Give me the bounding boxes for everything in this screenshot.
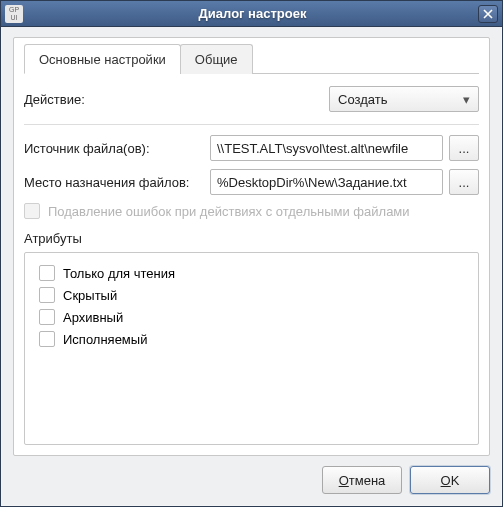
attr-hidden-row: Скрытый: [39, 287, 464, 303]
window-title: Диалог настроек: [27, 6, 478, 21]
app-icon: GP UI: [5, 5, 23, 23]
chevron-down-icon: ▾: [463, 92, 470, 107]
dest-label: Место назначения файлов:: [24, 175, 204, 190]
attr-archive-row: Архивный: [39, 309, 464, 325]
settings-dialog: GP UI Диалог настроек Основные настройки…: [0, 0, 503, 507]
titlebar: GP UI Диалог настроек: [1, 1, 502, 27]
source-row: Источник файла(ов): ...: [24, 135, 479, 161]
ok-button[interactable]: OK: [410, 466, 490, 494]
dest-browse-button[interactable]: ...: [449, 169, 479, 195]
source-label: Источник файла(ов):: [24, 141, 204, 156]
close-button[interactable]: [478, 5, 498, 23]
attributes-label: Атрибуты: [24, 231, 479, 246]
action-combo[interactable]: Создать ▾: [329, 86, 479, 112]
tab-main-settings[interactable]: Основные настройки: [24, 44, 181, 74]
attributes-group: Только для чтения Скрытый Архивный Испол…: [24, 252, 479, 445]
separator: [24, 124, 479, 125]
suppress-errors-label: Подавление ошибок при действиях с отдель…: [48, 204, 410, 219]
action-label: Действие:: [24, 92, 85, 107]
tab-bar: Основные настройки Общие: [24, 44, 479, 74]
attr-hidden-label: Скрытый: [63, 288, 117, 303]
source-input[interactable]: [210, 135, 443, 161]
close-icon: [483, 9, 493, 19]
attr-readonly-checkbox[interactable]: [39, 265, 55, 281]
attr-readonly-row: Только для чтения: [39, 265, 464, 281]
attr-exec-row: Исполняемый: [39, 331, 464, 347]
attr-hidden-checkbox[interactable]: [39, 287, 55, 303]
attr-readonly-label: Только для чтения: [63, 266, 175, 281]
dest-input[interactable]: [210, 169, 443, 195]
ok-rest: K: [451, 473, 460, 488]
attr-exec-checkbox[interactable]: [39, 331, 55, 347]
attr-archive-checkbox[interactable]: [39, 309, 55, 325]
cancel-button[interactable]: Отмена: [322, 466, 402, 494]
suppress-errors-checkbox: [24, 203, 40, 219]
content-panel: Основные настройки Общие Действие: Созда…: [13, 37, 490, 456]
attr-archive-label: Архивный: [63, 310, 123, 325]
dialog-body: Основные настройки Общие Действие: Созда…: [1, 27, 502, 506]
dest-row: Место назначения файлов: ...: [24, 169, 479, 195]
cancel-rest: тмена: [349, 473, 386, 488]
footer: Отмена OK: [13, 456, 490, 494]
attr-exec-label: Исполняемый: [63, 332, 147, 347]
tab-content: Действие: Создать ▾ Источник файла(ов): …: [24, 74, 479, 445]
suppress-errors-row: Подавление ошибок при действиях с отдель…: [24, 203, 479, 219]
source-browse-button[interactable]: ...: [449, 135, 479, 161]
action-row: Действие: Создать ▾: [24, 86, 479, 112]
action-value: Создать: [338, 92, 387, 107]
tab-general[interactable]: Общие: [180, 44, 253, 74]
